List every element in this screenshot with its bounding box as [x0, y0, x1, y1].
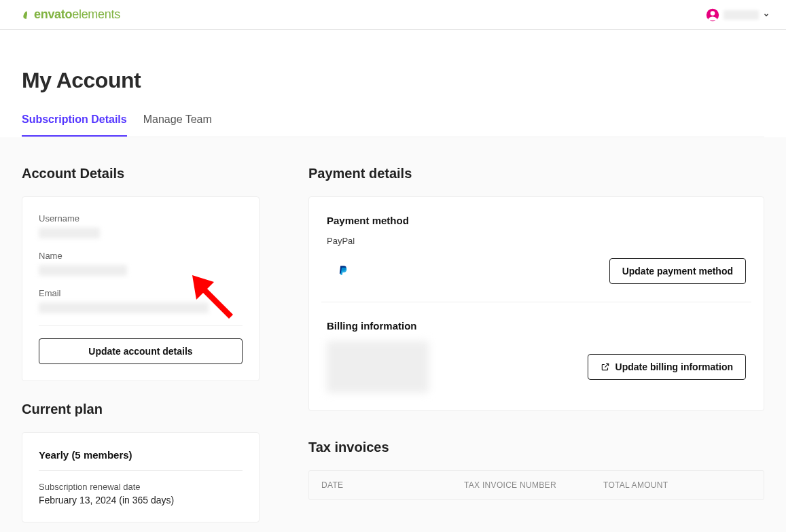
external-link-icon [601, 362, 610, 372]
top-header: envatoelements [0, 0, 786, 30]
tab-manage-team[interactable]: Manage Team [143, 113, 212, 137]
user-menu[interactable] [706, 8, 770, 22]
current-plan-heading: Current plan [22, 402, 260, 417]
leaf-icon [22, 10, 31, 20]
name-label: Name [39, 251, 243, 261]
page-title: My Account [22, 68, 764, 93]
update-payment-method-button[interactable]: Update payment method [609, 258, 746, 284]
account-tabs: Subscription Details Manage Team [22, 113, 764, 137]
plan-name: Yearly (5 members) [39, 449, 243, 461]
renewal-label: Subscription renewal date [39, 482, 243, 492]
email-label: Email [39, 288, 243, 298]
col-invoice-number: TAX INVOICE NUMBER [464, 480, 603, 490]
payment-card: Payment method PayPal Update payment met… [308, 196, 764, 411]
username-redacted [724, 10, 759, 20]
payment-method-value: PayPal [327, 236, 746, 246]
divider [39, 470, 243, 471]
tax-invoices-heading: Tax invoices [308, 440, 764, 455]
current-plan-card: Yearly (5 members) Subscription renewal … [22, 432, 260, 522]
update-account-details-button[interactable]: Update account details [39, 338, 243, 364]
username-label: Username [39, 213, 243, 224]
renewal-value: February 13, 2024 (in 365 days) [39, 495, 243, 506]
brand-word1: envato [34, 7, 72, 21]
billing-information-title: Billing information [327, 320, 746, 332]
name-redacted [39, 265, 127, 276]
payment-method-title: Payment method [327, 215, 746, 226]
update-billing-label: Update billing information [615, 361, 733, 372]
svg-point-1 [711, 11, 715, 16]
table-header: DATE TAX INVOICE NUMBER TOTAL AMOUNT [309, 471, 764, 499]
billing-redacted [327, 341, 429, 393]
account-details-card: Username Name Email Update account detai… [22, 196, 260, 381]
tax-invoices-table: DATE TAX INVOICE NUMBER TOTAL AMOUNT [308, 470, 764, 500]
chevron-down-icon [763, 12, 770, 18]
divider [39, 325, 243, 326]
avatar-icon [706, 8, 719, 22]
payment-details-heading: Payment details [308, 166, 764, 181]
account-details-heading: Account Details [22, 166, 260, 181]
brand-logo[interactable]: envatoelements [22, 7, 120, 22]
col-total-amount: TOTAL AMOUNT [603, 480, 751, 490]
paypal-icon [338, 265, 349, 277]
email-redacted [39, 302, 209, 313]
username-redacted [39, 228, 100, 238]
tab-subscription-details[interactable]: Subscription Details [22, 113, 127, 137]
col-date: DATE [321, 480, 464, 490]
brand-word2: elements [72, 7, 120, 21]
update-billing-information-button[interactable]: Update billing information [588, 354, 746, 380]
